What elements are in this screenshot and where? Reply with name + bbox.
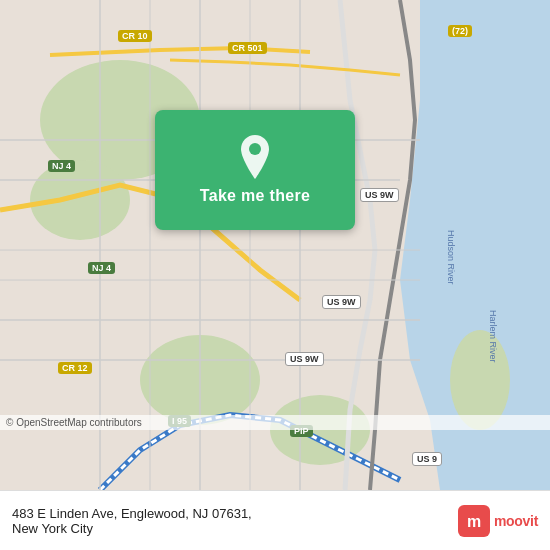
map-container: Hudson River Harlem River CR 10 CR 501 (… [0, 0, 550, 490]
copyright-bar: © OpenStreetMap contributors [0, 415, 550, 430]
road-label-cr501: CR 501 [228, 42, 267, 54]
road-label-72: (72) [448, 25, 472, 37]
address-text: 483 E Linden Ave, Englewood, NJ 07631, [12, 506, 252, 521]
moovit-logo-icon: m [458, 505, 490, 537]
road-label-cr12: CR 12 [58, 362, 92, 374]
svg-text:m: m [467, 513, 481, 530]
take-me-there-label: Take me there [200, 187, 310, 205]
address-section: 483 E Linden Ave, Englewood, NJ 07631, N… [12, 506, 252, 536]
road-label-us9w-c: US 9W [285, 352, 324, 366]
location-pin-icon [237, 135, 273, 179]
road-label-nj4b: NJ 4 [88, 262, 115, 274]
road-label-us9w-b: US 9W [322, 295, 361, 309]
road-label-nj4a: NJ 4 [48, 160, 75, 172]
bottom-bar: 483 E Linden Ave, Englewood, NJ 07631, N… [0, 490, 550, 550]
moovit-label: moovit [494, 513, 538, 529]
moovit-logo[interactable]: m moovit [458, 505, 538, 537]
svg-point-20 [249, 143, 261, 155]
road-label-us9: US 9 [412, 452, 442, 466]
city-text: New York City [12, 521, 252, 536]
road-label-cr10: CR 10 [118, 30, 152, 42]
svg-text:Harlem River: Harlem River [488, 310, 498, 363]
take-me-there-card[interactable]: Take me there [155, 110, 355, 230]
osm-copyright: © OpenStreetMap contributors [6, 417, 142, 428]
road-label-us9w-a: US 9W [360, 188, 399, 202]
svg-text:Hudson River: Hudson River [446, 230, 456, 285]
